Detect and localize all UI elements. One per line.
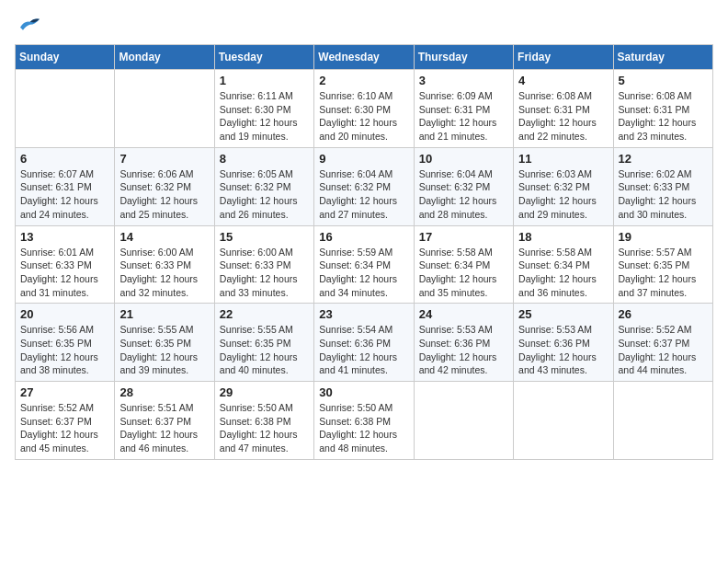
day-info: Sunrise: 6:09 AM Sunset: 6:31 PM Dayligh… bbox=[419, 90, 497, 142]
calendar-cell: 19 Sunrise: 5:57 AM Sunset: 6:35 PM Dayl… bbox=[613, 225, 712, 304]
logo-icon bbox=[15, 15, 42, 33]
day-number: 10 bbox=[419, 152, 508, 166]
day-info: Sunrise: 6:05 AM Sunset: 6:32 PM Dayligh… bbox=[220, 168, 298, 220]
calendar-body: 1 Sunrise: 6:11 AM Sunset: 6:30 PM Dayli… bbox=[16, 70, 713, 460]
day-info: Sunrise: 5:52 AM Sunset: 6:37 PM Dayligh… bbox=[619, 324, 697, 375]
day-number: 16 bbox=[319, 230, 408, 244]
day-info: Sunrise: 6:07 AM Sunset: 6:31 PM Dayligh… bbox=[20, 168, 98, 220]
day-info: Sunrise: 5:55 AM Sunset: 6:35 PM Dayligh… bbox=[119, 324, 198, 375]
day-number: 18 bbox=[518, 230, 608, 244]
weekday-header-tuesday: Tuesday bbox=[214, 45, 313, 70]
day-number: 29 bbox=[220, 385, 309, 399]
calendar-cell: 24 Sunrise: 5:53 AM Sunset: 6:36 PM Dayl… bbox=[414, 304, 513, 382]
day-info: Sunrise: 5:51 AM Sunset: 6:37 PM Dayligh… bbox=[119, 402, 198, 454]
day-number: 12 bbox=[619, 152, 708, 166]
day-info: Sunrise: 5:50 AM Sunset: 6:38 PM Dayligh… bbox=[319, 402, 397, 454]
day-number: 4 bbox=[518, 74, 608, 87]
day-number: 7 bbox=[119, 152, 209, 166]
calendar-cell: 27 Sunrise: 5:52 AM Sunset: 6:37 PM Dayl… bbox=[16, 382, 115, 460]
day-number: 5 bbox=[619, 74, 708, 87]
day-number: 30 bbox=[319, 385, 408, 399]
calendar-cell: 22 Sunrise: 5:55 AM Sunset: 6:35 PM Dayl… bbox=[214, 304, 313, 382]
day-number: 15 bbox=[220, 230, 309, 244]
day-number: 24 bbox=[419, 307, 508, 321]
calendar-cell: 10 Sunrise: 6:04 AM Sunset: 6:32 PM Dayl… bbox=[414, 147, 513, 225]
day-info: Sunrise: 5:54 AM Sunset: 6:36 PM Dayligh… bbox=[319, 324, 397, 375]
day-info: Sunrise: 6:04 AM Sunset: 6:32 PM Dayligh… bbox=[419, 168, 497, 220]
day-number: 13 bbox=[20, 230, 109, 244]
calendar-cell: 25 Sunrise: 5:53 AM Sunset: 6:36 PM Dayl… bbox=[514, 304, 613, 382]
calendar-header-row: SundayMondayTuesdayWednesdayThursdayFrid… bbox=[16, 45, 713, 70]
calendar-cell: 15 Sunrise: 6:00 AM Sunset: 6:33 PM Dayl… bbox=[214, 225, 313, 304]
day-info: Sunrise: 5:53 AM Sunset: 6:36 PM Dayligh… bbox=[518, 324, 597, 375]
calendar-cell: 7 Sunrise: 6:06 AM Sunset: 6:32 PM Dayli… bbox=[115, 147, 214, 225]
calendar-cell: 29 Sunrise: 5:50 AM Sunset: 6:38 PM Dayl… bbox=[214, 382, 313, 460]
weekday-header-friday: Friday bbox=[514, 45, 613, 70]
day-info: Sunrise: 6:08 AM Sunset: 6:31 PM Dayligh… bbox=[619, 90, 697, 142]
calendar-cell bbox=[613, 382, 712, 460]
day-number: 14 bbox=[119, 230, 209, 244]
day-number: 1 bbox=[220, 74, 309, 87]
day-number: 28 bbox=[119, 385, 209, 399]
day-info: Sunrise: 6:06 AM Sunset: 6:32 PM Dayligh… bbox=[119, 168, 198, 220]
day-info: Sunrise: 6:01 AM Sunset: 6:33 PM Dayligh… bbox=[20, 247, 98, 298]
day-number: 2 bbox=[319, 74, 408, 87]
day-number: 6 bbox=[20, 152, 109, 166]
day-number: 21 bbox=[119, 307, 209, 321]
day-info: Sunrise: 6:00 AM Sunset: 6:33 PM Dayligh… bbox=[119, 247, 198, 298]
calendar-cell: 20 Sunrise: 5:56 AM Sunset: 6:35 PM Dayl… bbox=[16, 304, 115, 382]
day-info: Sunrise: 5:50 AM Sunset: 6:38 PM Dayligh… bbox=[220, 402, 298, 454]
day-info: Sunrise: 5:53 AM Sunset: 6:36 PM Dayligh… bbox=[419, 324, 497, 375]
day-info: Sunrise: 6:10 AM Sunset: 6:30 PM Dayligh… bbox=[319, 90, 397, 142]
calendar-cell: 2 Sunrise: 6:10 AM Sunset: 6:30 PM Dayli… bbox=[314, 70, 414, 148]
calendar-week-row: 27 Sunrise: 5:52 AM Sunset: 6:37 PM Dayl… bbox=[16, 382, 713, 460]
calendar-week-row: 1 Sunrise: 6:11 AM Sunset: 6:30 PM Dayli… bbox=[16, 70, 713, 148]
day-number: 17 bbox=[419, 230, 508, 244]
day-info: Sunrise: 5:58 AM Sunset: 6:34 PM Dayligh… bbox=[419, 247, 497, 298]
weekday-header-saturday: Saturday bbox=[613, 45, 712, 70]
day-number: 3 bbox=[419, 74, 508, 87]
calendar-cell: 9 Sunrise: 6:04 AM Sunset: 6:32 PM Dayli… bbox=[314, 147, 414, 225]
calendar-cell bbox=[115, 70, 214, 148]
weekday-header-wednesday: Wednesday bbox=[314, 45, 414, 70]
day-info: Sunrise: 5:55 AM Sunset: 6:35 PM Dayligh… bbox=[220, 324, 298, 375]
day-number: 25 bbox=[518, 307, 608, 321]
calendar-cell bbox=[514, 382, 613, 460]
calendar-week-row: 6 Sunrise: 6:07 AM Sunset: 6:31 PM Dayli… bbox=[16, 147, 713, 225]
day-info: Sunrise: 6:03 AM Sunset: 6:32 PM Dayligh… bbox=[518, 168, 597, 220]
calendar-cell: 11 Sunrise: 6:03 AM Sunset: 6:32 PM Dayl… bbox=[514, 147, 613, 225]
day-info: Sunrise: 6:02 AM Sunset: 6:33 PM Dayligh… bbox=[619, 168, 697, 220]
calendar-cell: 5 Sunrise: 6:08 AM Sunset: 6:31 PM Dayli… bbox=[613, 70, 712, 148]
day-info: Sunrise: 6:11 AM Sunset: 6:30 PM Dayligh… bbox=[220, 90, 298, 142]
day-info: Sunrise: 5:58 AM Sunset: 6:34 PM Dayligh… bbox=[518, 247, 597, 298]
weekday-header-thursday: Thursday bbox=[414, 45, 513, 70]
calendar-week-row: 20 Sunrise: 5:56 AM Sunset: 6:35 PM Dayl… bbox=[16, 304, 713, 382]
day-number: 27 bbox=[20, 385, 109, 399]
calendar-cell: 18 Sunrise: 5:58 AM Sunset: 6:34 PM Dayl… bbox=[514, 225, 613, 304]
day-number: 19 bbox=[619, 230, 708, 244]
day-number: 23 bbox=[319, 307, 408, 321]
day-number: 26 bbox=[619, 307, 708, 321]
page-header bbox=[15, 15, 713, 33]
day-number: 8 bbox=[220, 152, 309, 166]
calendar-table: SundayMondayTuesdayWednesdayThursdayFrid… bbox=[15, 44, 713, 460]
calendar-cell: 13 Sunrise: 6:01 AM Sunset: 6:33 PM Dayl… bbox=[16, 225, 115, 304]
day-info: Sunrise: 5:56 AM Sunset: 6:35 PM Dayligh… bbox=[20, 324, 98, 375]
calendar-cell: 16 Sunrise: 5:59 AM Sunset: 6:34 PM Dayl… bbox=[314, 225, 414, 304]
calendar-week-row: 13 Sunrise: 6:01 AM Sunset: 6:33 PM Dayl… bbox=[16, 225, 713, 304]
calendar-cell: 8 Sunrise: 6:05 AM Sunset: 6:32 PM Dayli… bbox=[214, 147, 313, 225]
day-number: 9 bbox=[319, 152, 408, 166]
day-number: 20 bbox=[20, 307, 109, 321]
calendar-cell: 17 Sunrise: 5:58 AM Sunset: 6:34 PM Dayl… bbox=[414, 225, 513, 304]
calendar-cell: 26 Sunrise: 5:52 AM Sunset: 6:37 PM Dayl… bbox=[613, 304, 712, 382]
calendar-cell bbox=[414, 382, 513, 460]
day-number: 11 bbox=[518, 152, 608, 166]
day-info: Sunrise: 6:04 AM Sunset: 6:32 PM Dayligh… bbox=[319, 168, 397, 220]
calendar-cell: 30 Sunrise: 5:50 AM Sunset: 6:38 PM Dayl… bbox=[314, 382, 414, 460]
day-number: 22 bbox=[220, 307, 309, 321]
calendar-cell: 23 Sunrise: 5:54 AM Sunset: 6:36 PM Dayl… bbox=[314, 304, 414, 382]
day-info: Sunrise: 6:00 AM Sunset: 6:33 PM Dayligh… bbox=[220, 247, 298, 298]
calendar-cell: 14 Sunrise: 6:00 AM Sunset: 6:33 PM Dayl… bbox=[115, 225, 214, 304]
calendar-cell: 28 Sunrise: 5:51 AM Sunset: 6:37 PM Dayl… bbox=[115, 382, 214, 460]
day-info: Sunrise: 5:52 AM Sunset: 6:37 PM Dayligh… bbox=[20, 402, 98, 454]
